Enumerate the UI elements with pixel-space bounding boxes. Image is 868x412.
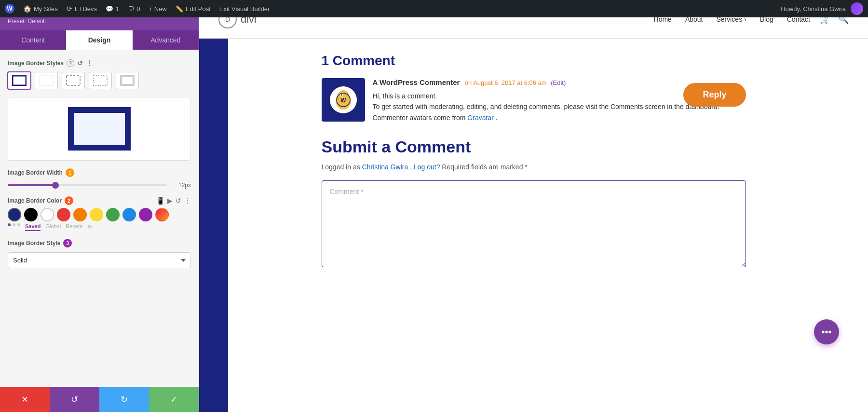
admin-right: Howdy, Christina Gwira [781,2,863,15]
submit-comment-heading: Submit a Comment [322,137,746,156]
site-wrapper: D divi Home About Services › Blog Contac… [199,0,868,412]
comments-count-heading: 1 Comment [322,53,746,69]
border-width-slider[interactable] [8,184,167,186]
exit-builder-admin[interactable]: Exit Visual Builder [219,5,270,13]
comment-icon: 💬 [106,5,113,13]
image-border-styles-label: Image Border Styles ? ↺ ⋮ [8,59,191,67]
wp-logo-admin[interactable]: W [5,4,14,14]
tab-saved[interactable]: Saved [25,223,41,231]
redo-button[interactable]: ↻ [99,387,149,412]
color-settings-icon[interactable]: ⚙ [87,223,93,231]
site-content: 1 Comment W [302,39,765,298]
swatch-purple[interactable] [139,208,152,221]
bubbles-admin[interactable]: 🗨 0 [128,5,140,13]
user-avatar[interactable] [851,2,863,15]
fab-button[interactable]: ••• [814,319,839,344]
swatch-dark-navy[interactable] [8,208,21,221]
dot-2 [13,223,15,226]
fab-dots-icon: ••• [821,327,831,338]
edit-post-admin[interactable]: ✏️ Edit Post [176,5,211,13]
cancel-button[interactable]: ✕ [0,387,50,412]
comment-item: W A WordPress Commenter on August 6, 201… [322,78,746,123]
comment-line-3: Commenter avatars come from Gravatar . [373,112,746,123]
image-border-style-label: Image Border Style 3 [8,239,191,247]
image-border-color-row: Image Border Color 2 📱 ▶ ↺ ⋮ [8,196,191,205]
comment-date: on August 6, 2017 at 6:06 am [465,79,547,86]
comment-avatar-wrap: W [322,78,365,122]
svg-rect-2 [67,76,80,85]
my-sites-admin[interactable]: 🏠 My Sites [23,5,58,13]
slider-value: 12px [172,182,191,189]
border-swatch-solid[interactable] [8,72,31,89]
reset-icon[interactable]: ↺ [77,59,83,67]
slider-thumb[interactable] [52,182,59,189]
avatar-placeholder: W [323,80,364,120]
tab-recent[interactable]: Recent [66,223,82,231]
color-swatches [8,208,191,221]
logout-link[interactable]: Log out? [414,163,440,171]
tab-content[interactable]: Content [0,30,66,50]
mobile-icon[interactable]: 📱 [156,197,164,205]
border-swatch-none[interactable] [35,72,58,89]
dots-row [8,223,20,227]
image-border-color-section: Image Border Color 2 📱 ▶ ↺ ⋮ [8,196,191,231]
svg-rect-4 [121,76,134,85]
swatch-green[interactable] [106,208,120,221]
logged-in-text: Logged in as Christina Gwira . Log out? … [322,163,746,171]
tab-design[interactable]: Design [66,30,132,50]
swatch-black[interactable] [24,208,38,221]
reply-button[interactable]: Reply [683,83,746,107]
my-sites-label: My Sites [34,5,58,13]
pencil-icon: ✏️ [176,5,183,13]
et-devs-admin[interactable]: ⟳ ETDevs [67,5,97,13]
more-icon[interactable]: ⋮ [86,59,93,67]
et-devs-icon: ⟳ [67,5,72,13]
border-preview [8,97,191,161]
swatch-blue[interactable] [122,208,136,221]
cursor-icon[interactable]: ▶ [167,197,173,205]
badge-2: 2 [65,196,73,205]
swatch-yellow[interactable] [90,208,103,221]
logged-in-user-link[interactable]: Christina Gwira [362,163,408,171]
swatch-orange[interactable] [73,208,87,221]
confirm-button[interactable]: ✓ [149,387,199,412]
border-swatch-double[interactable] [116,72,139,89]
comments-admin[interactable]: 💬 1 [106,5,119,13]
image-border-width-label: Image Border Width 1 [8,168,191,177]
svg-text:W: W [340,97,346,104]
sites-icon: 🏠 [23,5,31,13]
color-tabs: Saved Global Recent ⚙ [8,223,191,231]
preview-rect [68,107,131,151]
color-reset-icon[interactable]: ↺ [176,197,181,205]
wp-admin-bar: W 🏠 My Sites ⟳ ETDevs 💬 1 🗨 0 + New ✏️ E… [0,0,868,17]
bubble-icon: 🗨 [128,5,134,13]
swatch-gradient[interactable] [155,208,169,221]
border-swatch-dotted[interactable] [89,72,112,89]
comment-author: A WordPress Commenter [373,78,460,86]
help-icon[interactable]: ? [67,59,74,67]
panel-bottom-bar: ✕ ↺ ↻ ✓ [0,387,199,412]
gravatar-link[interactable]: Gravatar [467,114,493,122]
tab-advanced[interactable]: Advanced [133,30,199,50]
comment-edit-link[interactable]: (Edit) [551,79,566,86]
panel-body: Image Border Styles ? ↺ ⋮ [0,50,199,387]
border-swatch-dashed[interactable] [62,72,85,89]
border-style-swatches [8,72,191,89]
svg-rect-5 [122,77,133,84]
border-style-dropdown[interactable]: Solid [8,252,191,268]
panel-preset[interactable]: Preset: Default [8,18,85,25]
dot-3 [17,223,20,226]
border-width-slider-row: 12px [8,182,191,189]
svg-rect-0 [13,76,26,85]
comments-settings-panel: Comments Settings Preset: Default ⊡ ⊞ ⋮ … [0,0,199,412]
svg-rect-3 [94,76,107,85]
new-post-admin[interactable]: + New [149,5,167,13]
swatch-white[interactable] [41,208,54,221]
swatch-red[interactable] [57,208,70,221]
tab-global[interactable]: Global [45,223,61,231]
undo-button[interactable]: ↺ [50,387,99,412]
et-devs-label: ETDevs [75,5,97,13]
comment-textarea[interactable] [322,180,746,267]
wp-icon: W [5,4,14,14]
color-more-icon[interactable]: ⋮ [184,197,191,205]
